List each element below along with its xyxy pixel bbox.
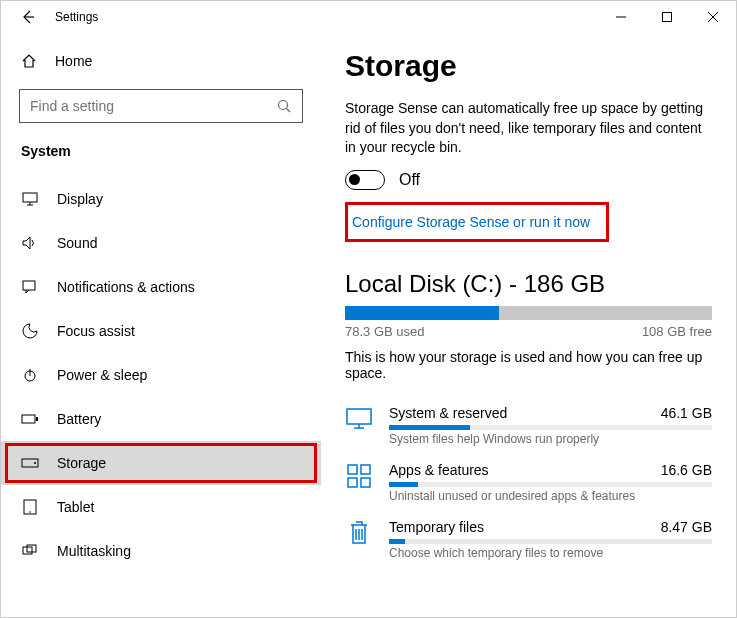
back-button[interactable] — [13, 9, 43, 25]
minimize-button[interactable] — [598, 1, 644, 33]
storage-sense-toggle-row: Off — [345, 170, 712, 190]
disk-free-label: 108 GB free — [642, 324, 712, 339]
usage-description: This is how your storage is used and how… — [345, 349, 712, 381]
svg-point-4 — [279, 101, 288, 110]
svg-rect-13 — [36, 417, 38, 421]
category-size: 8.47 GB — [661, 519, 712, 535]
sidebar: Home System Display Sound — [1, 33, 321, 617]
search-icon — [276, 98, 292, 114]
notifications-icon — [21, 280, 39, 294]
disk-usage-bar — [345, 306, 712, 320]
sidebar-item-label: Power & sleep — [57, 367, 147, 383]
category-name: System & reserved — [389, 405, 507, 421]
power-icon — [21, 367, 39, 383]
svg-rect-23 — [348, 465, 357, 474]
content-pane: Storage Storage Sense can automatically … — [321, 33, 736, 617]
svg-point-15 — [34, 462, 36, 464]
svg-rect-6 — [23, 193, 37, 202]
category-system-reserved[interactable]: System & reserved 46.1 GB System files h… — [345, 397, 712, 454]
close-button[interactable] — [690, 1, 736, 33]
toggle-state-label: Off — [399, 171, 420, 189]
sidebar-item-label: Tablet — [57, 499, 94, 515]
sidebar-item-display[interactable]: Display — [1, 177, 321, 221]
disk-used-label: 78.3 GB used — [345, 324, 425, 339]
battery-icon — [21, 413, 39, 425]
category-hint: Uninstall unused or undesired apps & fea… — [389, 489, 712, 503]
storage-sense-toggle[interactable] — [345, 170, 385, 190]
category-name: Apps & features — [389, 462, 489, 478]
multitasking-icon — [21, 544, 39, 558]
svg-rect-9 — [23, 281, 35, 290]
category-heading: System — [1, 135, 321, 167]
home-icon — [21, 53, 37, 69]
sound-icon — [21, 236, 39, 250]
titlebar: Settings — [1, 1, 736, 33]
svg-rect-26 — [361, 478, 370, 487]
category-apps-features[interactable]: Apps & features 16.6 GB Uninstall unused… — [345, 454, 712, 511]
sidebar-item-notifications[interactable]: Notifications & actions — [1, 265, 321, 309]
svg-rect-25 — [348, 478, 357, 487]
apps-icon — [345, 462, 373, 490]
disk-heading: Local Disk (C:) - 186 GB — [345, 270, 712, 298]
svg-rect-24 — [361, 465, 370, 474]
svg-rect-12 — [22, 415, 35, 423]
category-size: 46.1 GB — [661, 405, 712, 421]
focus-assist-icon — [21, 323, 39, 339]
sidebar-item-storage[interactable]: Storage — [1, 441, 321, 485]
system-icon — [345, 405, 373, 433]
svg-rect-1 — [663, 13, 672, 22]
sidebar-item-multitasking[interactable]: Multitasking — [1, 529, 321, 573]
category-name: Temporary files — [389, 519, 484, 535]
sidebar-item-label: Display — [57, 191, 103, 207]
sidebar-item-label: Notifications & actions — [57, 279, 195, 295]
disk-usage-fill — [345, 306, 499, 320]
sidebar-item-sound[interactable]: Sound — [1, 221, 321, 265]
window-title: Settings — [55, 10, 98, 24]
search-input[interactable] — [30, 98, 276, 114]
sidebar-item-battery[interactable]: Battery — [1, 397, 321, 441]
svg-point-17 — [29, 511, 31, 513]
nav-list: Display Sound Notifications & actions Fo… — [1, 177, 321, 573]
home-label: Home — [55, 53, 92, 69]
maximize-button[interactable] — [644, 1, 690, 33]
category-hint: Choose which temporary files to remove — [389, 546, 712, 560]
configure-storage-sense-link[interactable]: Configure Storage Sense or run it now — [352, 214, 590, 230]
page-title: Storage — [345, 49, 712, 83]
display-icon — [21, 192, 39, 206]
highlight-box: Configure Storage Sense or run it now — [345, 202, 609, 242]
category-hint: System files help Windows run properly — [389, 432, 712, 446]
sidebar-item-label: Focus assist — [57, 323, 135, 339]
sidebar-item-label: Sound — [57, 235, 97, 251]
sidebar-item-power-sleep[interactable]: Power & sleep — [1, 353, 321, 397]
sidebar-item-tablet[interactable]: Tablet — [1, 485, 321, 529]
svg-rect-20 — [347, 409, 371, 424]
storage-sense-description: Storage Sense can automatically free up … — [345, 99, 712, 158]
home-nav[interactable]: Home — [1, 41, 321, 81]
category-temporary-files[interactable]: Temporary files 8.47 GB Choose which tem… — [345, 511, 712, 568]
sidebar-item-label: Multitasking — [57, 543, 131, 559]
storage-icon — [21, 458, 39, 468]
svg-line-5 — [287, 109, 291, 113]
tablet-icon — [21, 499, 39, 515]
trash-icon — [345, 519, 373, 547]
sidebar-item-label: Storage — [57, 455, 106, 471]
category-size: 16.6 GB — [661, 462, 712, 478]
search-box[interactable] — [19, 89, 303, 123]
sidebar-item-label: Battery — [57, 411, 101, 427]
highlight-box — [5, 443, 317, 483]
sidebar-item-focus-assist[interactable]: Focus assist — [1, 309, 321, 353]
